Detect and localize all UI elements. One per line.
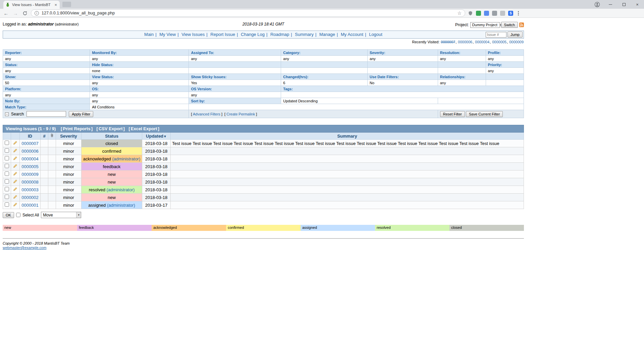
filter-match-type-value[interactable]: All Conditions [90, 104, 189, 110]
address-bar[interactable]: i 127.0.0.1:8000/view_all_bug_page.php ☆ [31, 9, 465, 17]
attachment-column-header[interactable] [48, 133, 56, 140]
filter-os-value[interactable]: any [90, 92, 189, 98]
edit-issue-icon[interactable] [13, 187, 17, 191]
url-text[interactable]: 127.0.0.1:8000/view_all_bug_page.php [42, 11, 454, 15]
filter-reporter-value[interactable]: any [3, 56, 90, 62]
issue-id-link[interactable]: 0000004 [21, 156, 39, 161]
filter-assigned-to-value[interactable]: any [189, 56, 281, 62]
nav-my-view[interactable]: My View [159, 32, 176, 37]
back-icon[interactable]: ← [3, 10, 9, 16]
select-all-checkbox[interactable] [16, 213, 20, 217]
issue-number-input[interactable] [486, 32, 506, 38]
new-tab-button[interactable] [62, 2, 71, 7]
id-column-header[interactable]: ID [20, 133, 41, 140]
switch-project-button[interactable]: Switch [501, 22, 518, 28]
rss-icon[interactable] [519, 22, 524, 27]
print-reports-link[interactable]: [Print Reports] [60, 126, 93, 131]
notes-column-header[interactable]: # [41, 133, 48, 140]
handler-link[interactable]: (administrator) [107, 203, 135, 208]
handler-link[interactable]: (administrator) [106, 187, 135, 192]
filter-status-value[interactable]: any [3, 68, 90, 74]
nav-view-issues[interactable]: View Issues [181, 32, 205, 37]
nav-my-account[interactable]: My Account [341, 32, 363, 37]
issue-checkbox[interactable] [5, 202, 9, 207]
issue-checkbox[interactable] [5, 164, 9, 168]
summary-column-header[interactable]: Summary [171, 133, 524, 140]
filter-changed-value[interactable]: 6 [281, 80, 368, 86]
issue-id-link[interactable]: 0000006 [21, 149, 39, 154]
issue-checkbox[interactable] [5, 195, 9, 199]
issue-checkbox[interactable] [5, 141, 9, 145]
minimize-button[interactable] [604, 0, 617, 9]
excel-export-link[interactable]: [Excel Export] [128, 126, 159, 131]
search-input[interactable] [26, 111, 66, 117]
recent-issue-link[interactable]: 0000007 [441, 40, 455, 44]
filter-sticky-value[interactable]: Yes [189, 80, 281, 86]
bookmark-star-icon[interactable]: ☆ [457, 10, 462, 16]
nav-logout[interactable]: Logout [369, 32, 382, 37]
filter-relationships-value[interactable]: any [438, 80, 486, 86]
apply-filter-button[interactable]: Apply Filter [69, 111, 93, 117]
edit-issue-icon[interactable] [13, 171, 17, 176]
edit-issue-icon[interactable] [13, 148, 17, 153]
bulk-action-select[interactable]: Move ▼ [41, 212, 81, 218]
recent-issue-link[interactable]: 0000009 [509, 40, 524, 44]
issue-id-link[interactable]: 0000002 [21, 195, 39, 200]
filter-hide-status-value[interactable]: none [90, 68, 189, 74]
site-info-icon[interactable]: i [35, 11, 39, 15]
filter-profile-value[interactable]: any [486, 56, 524, 62]
refresh-icon[interactable] [21, 11, 28, 16]
forward-icon[interactable]: → [12, 10, 19, 16]
issue-checkbox[interactable] [5, 156, 9, 160]
reset-filter-button[interactable]: Reset Filter [440, 111, 465, 117]
maximize-button[interactable] [617, 0, 631, 9]
filter-priority-value[interactable]: any [486, 68, 524, 74]
shield-extension-icon[interactable] [468, 11, 473, 16]
recent-issue-link[interactable]: 0000006 [458, 40, 472, 44]
issue-checkbox[interactable] [5, 179, 9, 184]
issue-checkbox[interactable] [5, 148, 9, 153]
recent-issue-link[interactable]: 0000005 [492, 40, 506, 44]
issue-id-link[interactable]: 0000007 [21, 141, 39, 146]
gray-extension-icon[interactable] [500, 11, 505, 16]
save-filter-button[interactable]: Save Current Filter [466, 111, 503, 117]
ok-button[interactable]: OK [3, 212, 14, 218]
advanced-filters-link[interactable]: Advanced Filters [193, 112, 220, 116]
severity-column-header[interactable]: Severity [56, 133, 82, 140]
filter-category-value[interactable]: any [281, 56, 368, 62]
csv-export-link[interactable]: [CSV Export] [96, 126, 125, 131]
nav-main[interactable]: Main [144, 32, 154, 37]
nav-summary[interactable]: Summary [295, 32, 314, 37]
blue-extension-icon[interactable] [484, 11, 489, 16]
issue-id-link[interactable]: 0000001 [21, 203, 39, 208]
edit-issue-icon[interactable] [13, 195, 17, 199]
tab-close-icon[interactable]: × [54, 2, 58, 7]
filter-platform-value[interactable]: any [3, 92, 90, 98]
browser-tab[interactable]: View Issues - MantisBT × [3, 1, 60, 9]
profile-icon[interactable] [590, 0, 604, 9]
issue-checkbox[interactable] [5, 171, 9, 176]
filter-show-value[interactable]: 50 [3, 80, 90, 86]
edit-issue-icon[interactable] [13, 156, 17, 160]
nav-roadmap[interactable]: Roadmap [270, 32, 289, 37]
issue-checkbox[interactable] [5, 187, 9, 191]
filter-date-filters-value[interactable]: No [368, 80, 438, 86]
project-select[interactable]: Dummy Project ▼ [470, 22, 500, 28]
issue-id-link[interactable]: 0000005 [21, 164, 39, 169]
filter-view-status-value[interactable]: any [90, 80, 189, 86]
edit-issue-icon[interactable] [13, 202, 17, 207]
nav-report-issue[interactable]: Report Issue [210, 32, 235, 37]
issue-id-link[interactable]: 0000003 [21, 187, 39, 192]
green-extension-icon[interactable] [476, 11, 481, 16]
edit-issue-icon[interactable] [13, 179, 17, 184]
nav-manage[interactable]: Manage [319, 32, 335, 37]
nav-change-log[interactable]: Change Log [241, 32, 265, 37]
status-column-header[interactable]: Status [82, 133, 142, 140]
s-extension-icon[interactable]: S [508, 11, 513, 16]
webmaster-email-link[interactable]: webmaster@example.com [3, 246, 46, 250]
filter-monitored-by-value[interactable]: any [90, 56, 189, 62]
close-window-button[interactable]: × [631, 0, 644, 9]
updated-column-header[interactable]: Updated▼ [142, 133, 171, 140]
browser-menu-icon[interactable] [517, 11, 520, 15]
handler-link[interactable]: (administrator) [112, 156, 140, 161]
